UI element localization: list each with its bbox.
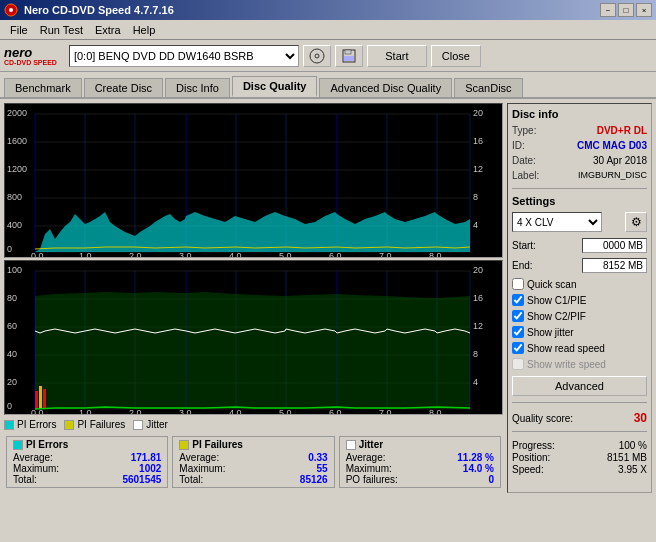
pi-failures-max-label: Maximum:: [179, 463, 225, 474]
disc-type-value: DVD+R DL: [597, 125, 647, 136]
svg-text:5.0: 5.0: [279, 408, 292, 415]
tab-scan-disc[interactable]: ScanDisc: [454, 78, 522, 97]
show-read-speed-label: Show read speed: [527, 343, 605, 354]
pi-failures-avg-label: Average:: [179, 452, 219, 463]
end-field-value: 8152 MB: [582, 258, 647, 273]
save-button[interactable]: [335, 45, 363, 67]
svg-text:1.0: 1.0: [79, 408, 92, 415]
show-write-speed-label: Show write speed: [527, 359, 606, 370]
svg-text:7.0: 7.0: [379, 251, 392, 258]
disc-icon-button[interactable]: [303, 45, 331, 67]
drive-selector[interactable]: [0:0] BENQ DVD DD DW1640 BSRB: [69, 45, 299, 67]
svg-text:6.0: 6.0: [329, 251, 342, 258]
right-panel: Disc info Type: DVD+R DL ID: CMC MAG D03…: [507, 103, 652, 493]
svg-text:400: 400: [7, 220, 22, 230]
svg-point-1: [9, 8, 13, 12]
svg-text:60: 60: [7, 321, 17, 331]
svg-text:80: 80: [7, 293, 17, 303]
stats-row: PI Errors Average: 171.81 Maximum: 1002 …: [4, 434, 503, 490]
svg-text:800: 800: [7, 192, 22, 202]
maximize-button[interactable]: □: [618, 3, 634, 17]
show-jitter-checkbox[interactable]: [512, 326, 524, 338]
pi-errors-stats: PI Errors Average: 171.81 Maximum: 1002 …: [6, 436, 168, 488]
logo-cd-dvd: CD-DVD SPEED: [4, 59, 57, 66]
divider-2: [512, 402, 647, 403]
show-write-speed-checkbox[interactable]: [512, 358, 524, 370]
svg-text:1600: 1600: [7, 136, 27, 146]
legend-pi-errors: PI Errors: [4, 419, 56, 430]
menu-file[interactable]: File: [4, 22, 34, 38]
close-window-button[interactable]: ×: [636, 3, 652, 17]
disc-type-row: Type: DVD+R DL: [512, 125, 647, 136]
tab-disc-info[interactable]: Disc Info: [165, 78, 230, 97]
jitter-max-label: Maximum:: [346, 463, 392, 474]
speed-selector[interactable]: 4 X CLV 2 X CLV 8 X CLV Max: [512, 212, 602, 232]
toolbar: nero CD-DVD SPEED [0:0] BENQ DVD DD DW16…: [0, 40, 656, 72]
pi-failures-legend-label: PI Failures: [77, 419, 125, 430]
svg-text:4: 4: [473, 220, 478, 230]
tab-bar: Benchmark Create Disc Disc Info Disc Qua…: [0, 72, 656, 99]
svg-text:4.0: 4.0: [229, 408, 242, 415]
minimize-button[interactable]: −: [600, 3, 616, 17]
start-button[interactable]: Start: [367, 45, 427, 67]
pi-failures-stat-label: PI Failures: [179, 439, 327, 450]
progress-row: Progress: 100 %: [512, 440, 647, 451]
menu-extra[interactable]: Extra: [89, 22, 127, 38]
tab-disc-quality[interactable]: Disc Quality: [232, 76, 318, 97]
svg-rect-76: [43, 389, 46, 409]
pi-errors-color: [4, 420, 14, 430]
show-c1-row: Show C1/PIE: [512, 294, 647, 306]
save-icon: [341, 48, 357, 64]
show-read-speed-checkbox[interactable]: [512, 342, 524, 354]
close-button[interactable]: Close: [431, 45, 481, 67]
menu-run-test[interactable]: Run Test: [34, 22, 89, 38]
svg-text:0: 0: [7, 401, 12, 411]
show-c2-checkbox[interactable]: [512, 310, 524, 322]
svg-text:16: 16: [473, 136, 483, 146]
app-logo: nero CD-DVD SPEED: [4, 46, 57, 66]
tab-benchmark[interactable]: Benchmark: [4, 78, 82, 97]
quality-score-label: Quality score:: [512, 413, 573, 424]
disc-id-row: ID: CMC MAG D03: [512, 140, 647, 151]
pi-errors-avg-label: Average:: [13, 452, 53, 463]
disc-type-label: Type:: [512, 125, 536, 136]
progress-label: Progress:: [512, 440, 555, 451]
quick-scan-checkbox[interactable]: [512, 278, 524, 290]
bottom-chart-svg: 100 80 60 40 20 0 20 16 12 8 4: [5, 261, 502, 415]
svg-text:3.0: 3.0: [179, 408, 192, 415]
svg-text:20: 20: [7, 377, 17, 387]
svg-text:100: 100: [7, 265, 22, 275]
disc-id-label: ID:: [512, 140, 525, 151]
tab-advanced-disc-quality[interactable]: Advanced Disc Quality: [319, 78, 452, 97]
legend-pi-failures: PI Failures: [64, 419, 125, 430]
pi-errors-max-value: 1002: [139, 463, 161, 474]
pi-failures-total-label: Total:: [179, 474, 203, 485]
svg-text:5.0: 5.0: [279, 251, 292, 258]
tab-create-disc[interactable]: Create Disc: [84, 78, 163, 97]
svg-text:0.0: 0.0: [31, 408, 44, 415]
pi-errors-total-row: Total: 5601545: [13, 474, 161, 485]
pi-failures-stat-icon: [179, 440, 189, 450]
quick-scan-label: Quick scan: [527, 279, 576, 290]
jitter-max-row: Maximum: 14.0 %: [346, 463, 494, 474]
end-field-label: End:: [512, 260, 533, 271]
legend-jitter: Jitter: [133, 419, 168, 430]
gear-button[interactable]: ⚙: [625, 212, 647, 232]
jitter-po-value: 0: [488, 474, 494, 485]
logo-nero: nero: [4, 46, 32, 59]
jitter-stats: Jitter Average: 11.28 % Maximum: 14.0 % …: [339, 436, 501, 488]
menu-help[interactable]: Help: [127, 22, 162, 38]
top-chart: 2000 1600 1200 800 400 0 20 16 12 8 4: [4, 103, 503, 258]
speed-row: Speed: 3.95 X: [512, 464, 647, 475]
pi-errors-stat-label: PI Errors: [13, 439, 161, 450]
show-c1-checkbox[interactable]: [512, 294, 524, 306]
pi-errors-max-row: Maximum: 1002: [13, 463, 161, 474]
top-chart-svg: 2000 1600 1200 800 400 0 20 16 12 8 4: [5, 104, 502, 258]
pi-errors-legend-label: PI Errors: [17, 419, 56, 430]
show-jitter-label: Show jitter: [527, 327, 574, 338]
jitter-max-value: 14.0 %: [463, 463, 494, 474]
disc-date-row: Date: 30 Apr 2018: [512, 155, 647, 166]
show-read-speed-row: Show read speed: [512, 342, 647, 354]
advanced-button[interactable]: Advanced: [512, 376, 647, 396]
chart-legend: PI Errors PI Failures Jitter: [4, 417, 503, 432]
